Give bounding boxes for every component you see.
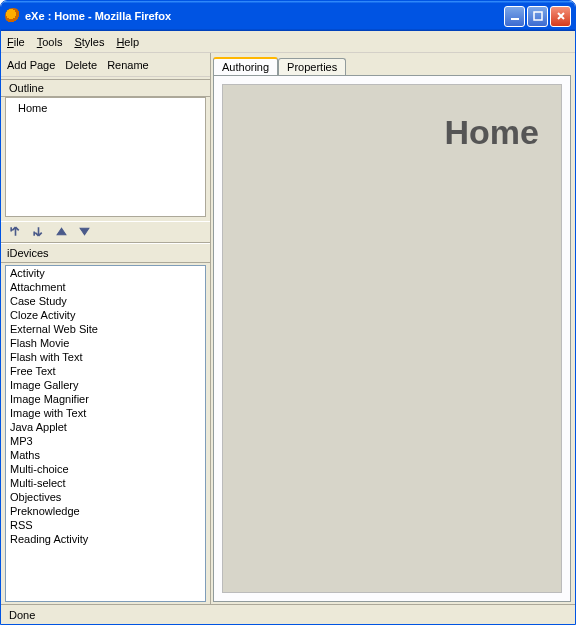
idevice-item[interactable]: MP3 xyxy=(6,434,205,448)
demote-icon[interactable] xyxy=(32,225,45,240)
rename-button[interactable]: Rename xyxy=(107,59,149,71)
right-panel: Authoring Properties Home xyxy=(211,53,575,604)
tab-authoring[interactable]: Authoring xyxy=(213,57,278,75)
promote-icon[interactable] xyxy=(9,225,22,240)
status-text: Done xyxy=(9,609,35,621)
menubar: File Tools Styles Help xyxy=(1,31,575,53)
menu-file[interactable]: File xyxy=(7,36,25,48)
page-toolbar: Add Page Delete Rename xyxy=(1,53,210,77)
maximize-button[interactable] xyxy=(527,6,548,27)
idevice-item[interactable]: Image with Text xyxy=(6,406,205,420)
idevice-item[interactable]: Attachment xyxy=(6,280,205,294)
svg-rect-1 xyxy=(534,12,542,20)
outline-header: Outline xyxy=(1,79,210,97)
idevice-item[interactable]: Reading Activity xyxy=(6,532,205,546)
idevice-item[interactable]: Maths xyxy=(6,448,205,462)
content-frame: Home xyxy=(213,75,571,602)
window-buttons xyxy=(504,6,571,27)
authoring-canvas[interactable]: Home xyxy=(222,84,562,593)
idevices-header: iDevices xyxy=(1,243,210,263)
firefox-icon xyxy=(5,8,21,24)
menu-styles[interactable]: Styles xyxy=(74,36,104,48)
tab-properties[interactable]: Properties xyxy=(278,58,346,75)
minimize-button[interactable] xyxy=(504,6,525,27)
idevices-list[interactable]: ActivityAttachmentCase StudyCloze Activi… xyxy=(5,265,206,602)
idevice-item[interactable]: Objectives xyxy=(6,490,205,504)
idevice-item[interactable]: Flash Movie xyxy=(6,336,205,350)
tab-row: Authoring Properties xyxy=(213,55,571,75)
titlebar[interactable]: eXe : Home - Mozilla Firefox xyxy=(1,1,575,31)
idevice-item[interactable]: Multi-select xyxy=(6,476,205,490)
outline-node-home[interactable]: Home xyxy=(18,102,193,114)
app-window: eXe : Home - Mozilla Firefox File Tools … xyxy=(0,0,576,625)
statusbar: Done xyxy=(1,604,575,624)
svg-rect-0 xyxy=(511,18,519,20)
idevice-item[interactable]: Free Text xyxy=(6,364,205,378)
idevice-item[interactable]: Cloze Activity xyxy=(6,308,205,322)
idevice-item[interactable]: RSS xyxy=(6,518,205,532)
left-panel: Add Page Delete Rename Outline Home iDev… xyxy=(1,53,211,604)
idevice-item[interactable]: Java Applet xyxy=(6,420,205,434)
window-title: eXe : Home - Mozilla Firefox xyxy=(25,10,171,22)
idevice-item[interactable]: Preknowledge xyxy=(6,504,205,518)
menu-tools[interactable]: Tools xyxy=(37,36,63,48)
idevice-item[interactable]: Image Gallery xyxy=(6,378,205,392)
idevice-item[interactable]: Case Study xyxy=(6,294,205,308)
menu-help[interactable]: Help xyxy=(116,36,139,48)
move-down-icon[interactable] xyxy=(78,225,91,240)
idevice-item[interactable]: Multi-choice xyxy=(6,462,205,476)
main-body: Add Page Delete Rename Outline Home iDev… xyxy=(1,53,575,604)
add-page-button[interactable]: Add Page xyxy=(7,59,55,71)
close-button[interactable] xyxy=(550,6,571,27)
idevice-item[interactable]: Activity xyxy=(6,266,205,280)
outline-tree[interactable]: Home xyxy=(5,97,206,217)
page-title: Home xyxy=(445,113,539,152)
delete-button[interactable]: Delete xyxy=(65,59,97,71)
idevice-item[interactable]: Image Magnifier xyxy=(6,392,205,406)
outline-controls xyxy=(1,221,210,243)
move-up-icon[interactable] xyxy=(55,225,68,240)
idevice-item[interactable]: Flash with Text xyxy=(6,350,205,364)
idevice-item[interactable]: External Web Site xyxy=(6,322,205,336)
